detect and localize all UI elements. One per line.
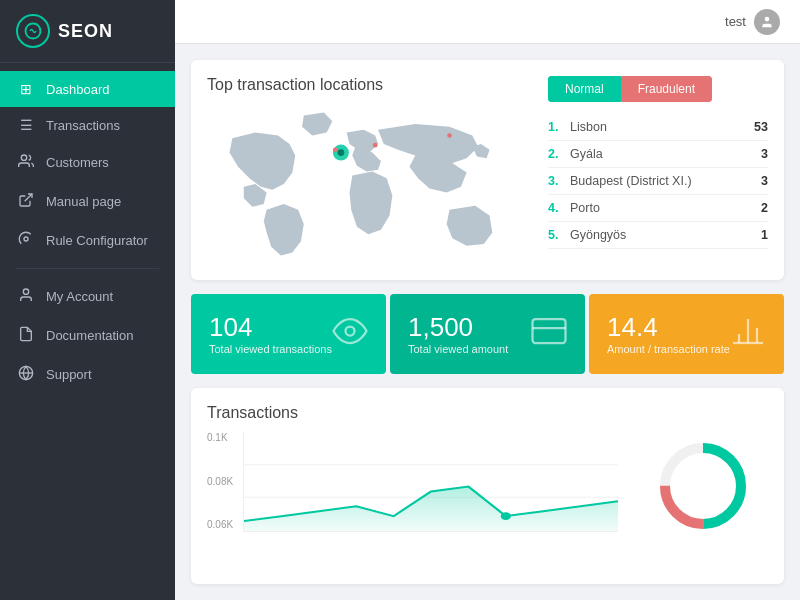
sidebar-item-rule[interactable]: Rule Configurator	[0, 221, 175, 260]
logo-text: SEON	[58, 21, 113, 42]
support-icon	[16, 365, 36, 384]
svg-point-13	[346, 326, 355, 335]
svg-point-7	[765, 16, 770, 21]
count-1: 53	[754, 120, 768, 134]
transactions-right	[638, 404, 768, 568]
svg-point-10	[333, 147, 338, 152]
city-4: Porto	[570, 201, 761, 215]
transactions-label: Total viewed transactions	[209, 343, 332, 355]
count-4: 2	[761, 201, 768, 215]
sidebar-divider	[16, 268, 159, 269]
rank-2: 2.	[548, 147, 562, 161]
transactions-title: Transactions	[207, 404, 618, 422]
chart-area: 0.1K 0.08K 0.06K	[207, 432, 618, 532]
list-item: 2. Gyála 3	[548, 141, 768, 168]
svg-point-12	[447, 133, 452, 138]
list-item: 1. Lisbon 53	[548, 114, 768, 141]
svg-point-11	[373, 143, 378, 148]
user-menu[interactable]: test	[725, 9, 780, 35]
rank-4: 4.	[548, 201, 562, 215]
city-1: Lisbon	[570, 120, 754, 134]
location-list: 1. Lisbon 53 2. Gyála 3 3. Budapest (Dis…	[548, 114, 768, 249]
svg-point-1	[21, 155, 26, 160]
transactions-card: Transactions 0.1K 0.08K 0.06K	[191, 388, 784, 584]
sidebar-item-customers-label: Customers	[46, 155, 109, 170]
city-2: Gyála	[570, 147, 761, 161]
rank-5: 5.	[548, 228, 562, 242]
manual-icon	[16, 192, 36, 211]
sidebar-item-customers[interactable]: Customers	[0, 143, 175, 182]
transactions-number: 104	[209, 313, 332, 342]
username: test	[725, 14, 746, 29]
svg-line-2	[25, 194, 32, 201]
sidebar-item-rule-label: Rule Configurator	[46, 233, 148, 248]
count-3: 3	[761, 174, 768, 188]
list-item: 5. Gyöngyös 1	[548, 222, 768, 249]
stat-text-transactions: 104 Total viewed transactions	[209, 313, 332, 356]
normal-toggle[interactable]: Normal	[548, 76, 621, 102]
transactions-icon: ☰	[16, 117, 36, 133]
sidebar-item-docs[interactable]: Documentation	[0, 316, 175, 355]
sidebar-item-dashboard-label: Dashboard	[46, 82, 110, 97]
donut-chart	[653, 436, 753, 536]
sidebar-item-transactions-label: Transactions	[46, 118, 120, 133]
stat-card-amount: 1,500 Total viewed amount	[390, 294, 585, 374]
rank-3: 3.	[548, 174, 562, 188]
rule-icon	[16, 231, 36, 250]
sidebar: SEON ⊞ Dashboard ☰ Transactions Customer…	[0, 0, 175, 600]
stat-text-amount: 1,500 Total viewed amount	[408, 313, 508, 356]
amount-number: 1,500	[408, 313, 508, 342]
docs-icon	[16, 326, 36, 345]
stat-cards: 104 Total viewed transactions 1,500 Tota…	[191, 294, 784, 374]
header: test	[175, 0, 800, 44]
transactions-left: Transactions 0.1K 0.08K 0.06K	[207, 404, 618, 568]
sidebar-item-account-label: My Account	[46, 289, 113, 304]
account-icon	[16, 287, 36, 306]
eye-icon	[332, 313, 368, 356]
amount-label: Total viewed amount	[408, 343, 508, 355]
sidebar-item-account[interactable]: My Account	[0, 277, 175, 316]
toggle-buttons: Normal Fraudulent	[548, 76, 768, 102]
svg-point-4	[23, 289, 28, 294]
sidebar-item-support[interactable]: Support	[0, 355, 175, 394]
stat-card-rate: 14.4 Amount / transaction rate	[589, 294, 784, 374]
stat-text-rate: 14.4 Amount / transaction rate	[607, 313, 730, 356]
rate-number: 14.4	[607, 313, 730, 342]
rank-1: 1.	[548, 120, 562, 134]
sidebar-item-support-label: Support	[46, 367, 92, 382]
list-item: 3. Budapest (District XI.) 3	[548, 168, 768, 195]
svg-point-3	[24, 237, 28, 241]
fraud-toggle[interactable]: Fraudulent	[621, 76, 712, 102]
map-title: Top transaction locations	[207, 76, 532, 94]
customers-icon	[16, 153, 36, 172]
chart-label-2: 0.06K	[207, 519, 237, 530]
logo-area: SEON	[0, 0, 175, 63]
svg-point-22	[501, 512, 511, 520]
map-card: Top transaction locations	[191, 60, 784, 280]
main-content: test Top transaction locations	[175, 0, 800, 600]
svg-rect-14	[533, 319, 566, 343]
sidebar-item-docs-label: Documentation	[46, 328, 133, 343]
card-icon	[531, 313, 567, 356]
sidebar-item-transactions[interactable]: ☰ Transactions	[0, 107, 175, 143]
svg-point-9	[338, 149, 345, 156]
stat-card-transactions: 104 Total viewed transactions	[191, 294, 386, 374]
chart-label-1: 0.08K	[207, 476, 237, 487]
list-item: 4. Porto 2	[548, 195, 768, 222]
dashboard-icon: ⊞	[16, 81, 36, 97]
city-5: Gyöngyös	[570, 228, 761, 242]
count-5: 1	[761, 228, 768, 242]
world-map	[207, 104, 532, 264]
sidebar-item-dashboard[interactable]: ⊞ Dashboard	[0, 71, 175, 107]
count-2: 3	[761, 147, 768, 161]
sidebar-item-manual[interactable]: Manual page	[0, 182, 175, 221]
sidebar-nav: ⊞ Dashboard ☰ Transactions Customers	[0, 63, 175, 600]
avatar	[754, 9, 780, 35]
logo-icon	[16, 14, 50, 48]
content-area: Top transaction locations	[175, 44, 800, 600]
chart-label-0: 0.1K	[207, 432, 237, 443]
sidebar-item-manual-label: Manual page	[46, 194, 121, 209]
location-section: Normal Fraudulent 1. Lisbon 53 2. Gyála …	[548, 76, 768, 264]
city-3: Budapest (District XI.)	[570, 174, 761, 188]
bar-chart-icon	[730, 313, 766, 356]
